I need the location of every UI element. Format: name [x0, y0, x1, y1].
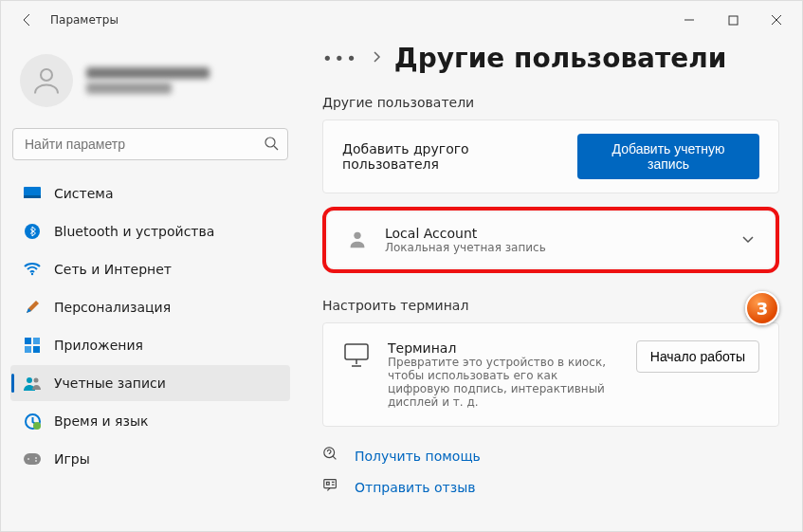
svg-rect-10: [33, 346, 40, 353]
time-icon: [24, 413, 41, 430]
kiosk-desc: Превратите это устройство в киоск, чтобы…: [388, 356, 619, 409]
nav-accounts[interactable]: Учетные записи: [10, 365, 290, 401]
accounts-icon: [24, 375, 41, 392]
chevron-down-icon[interactable]: [741, 232, 755, 248]
svg-rect-22: [324, 480, 337, 488]
nav-label: Система: [54, 186, 113, 201]
svg-rect-20: [345, 344, 368, 359]
svg-point-2: [265, 138, 275, 147]
help-icon: [322, 446, 339, 466]
account-sub: Локальная учетная запись: [385, 241, 546, 254]
add-account-button[interactable]: Добавить учетную запись: [577, 134, 759, 179]
profile-name-blurred: [86, 67, 210, 79]
account-name: Local Account: [385, 226, 546, 241]
svg-rect-9: [25, 346, 31, 353]
add-user-card: Добавить другого пользователя Добавить у…: [322, 119, 779, 193]
help-link[interactable]: Получить помощь: [355, 449, 481, 464]
feedback-icon: [322, 477, 339, 497]
window-title: Параметры: [50, 13, 119, 27]
page-title: Другие пользователи: [394, 43, 726, 74]
section-title-kiosk: Настроить терминал: [322, 298, 779, 313]
search-box[interactable]: [12, 128, 288, 160]
nav-personalization[interactable]: Персонализация: [10, 289, 290, 325]
nav-label: Приложения: [54, 338, 143, 353]
profile-email-blurred: [86, 83, 172, 94]
svg-point-12: [34, 378, 39, 383]
svg-rect-0: [729, 16, 738, 25]
svg-rect-7: [25, 338, 31, 344]
bluetooth-icon: [24, 223, 41, 240]
maximize-button[interactable]: [711, 5, 755, 35]
step-badge: 3: [745, 291, 779, 325]
nav-label: Время и язык: [54, 413, 148, 429]
section-title-users: Другие пользователи: [322, 95, 779, 110]
nav-label: Bluetooth и устройства: [54, 224, 214, 239]
games-icon: [24, 450, 41, 468]
nav-label: Сеть и Интернет: [54, 262, 172, 277]
wifi-icon: [24, 261, 41, 278]
nav-games[interactable]: Игры: [10, 441, 290, 477]
svg-point-11: [27, 377, 32, 383]
svg-point-18: [35, 460, 37, 462]
svg-point-6: [31, 273, 33, 275]
nav-label: Учетные записи: [54, 376, 166, 391]
nav-network[interactable]: Сеть и Интернет: [10, 251, 290, 287]
search-icon: [264, 136, 279, 154]
add-user-label: Добавить другого пользователя: [342, 141, 560, 172]
breadcrumb-overflow[interactable]: •••: [322, 48, 358, 68]
kiosk-card: Терминал Превратите это устройство в кио…: [322, 322, 779, 427]
kiosk-name: Терминал: [388, 340, 619, 356]
nav-bluetooth[interactable]: Bluetooth и устройства: [10, 213, 290, 249]
kiosk-start-button[interactable]: Начало работы: [636, 340, 759, 373]
back-button[interactable]: [12, 5, 43, 35]
nav-apps[interactable]: Приложения: [10, 327, 290, 363]
close-button[interactable]: [755, 5, 798, 35]
svg-point-17: [35, 457, 37, 459]
feedback-link[interactable]: Отправить отзыв: [355, 480, 475, 495]
avatar: [20, 54, 73, 107]
search-input[interactable]: [12, 128, 288, 160]
profile-block[interactable]: [9, 43, 292, 124]
chevron-right-icon: [372, 50, 381, 66]
nav-label: Персонализация: [54, 300, 171, 315]
apps-icon: [24, 337, 41, 354]
highlight-frame: Local Account Локальная учетная запись: [322, 207, 779, 273]
svg-rect-8: [33, 338, 40, 344]
brush-icon: [24, 299, 41, 316]
person-icon: [347, 229, 368, 252]
nav-system[interactable]: Система: [10, 175, 290, 211]
svg-point-16: [27, 458, 29, 460]
local-account-row[interactable]: Local Account Локальная учетная запись: [328, 212, 774, 267]
minimize-button[interactable]: [667, 5, 711, 35]
nav-time[interactable]: Время и язык: [10, 403, 290, 439]
svg-point-19: [354, 231, 360, 238]
nav-label: Игры: [54, 451, 90, 467]
kiosk-icon: [342, 340, 371, 369]
svg-rect-15: [24, 453, 41, 465]
svg-rect-4: [24, 195, 41, 198]
display-icon: [24, 185, 41, 202]
svg-point-14: [33, 422, 41, 430]
svg-point-1: [41, 69, 52, 81]
